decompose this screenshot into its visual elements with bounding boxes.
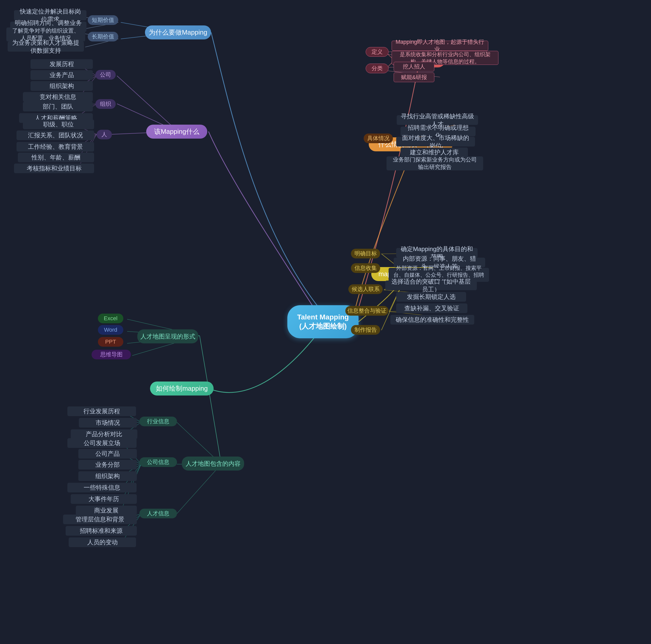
svg-line-45 [209,388,221,464]
person-node: 人 [97,130,112,140]
ppt-node: PPT [98,337,123,347]
com2-leaf-6: 大事件年历 [71,494,137,504]
per-leaf-2: 汇报关系、团队状况 [17,130,94,140]
ind-leaf-1: 行业发展历程 [67,406,136,416]
company-node: 公司 [95,70,116,80]
cat-leaf-2: 赋能&研报 [394,72,434,82]
word-node: Word [98,325,123,335]
category-node: 分类 [366,64,389,73]
short-value: 短期价值 [88,15,118,25]
make-report-node: 制作报告 [351,325,380,335]
cat-leaf-1: 挖人招人 [394,62,434,71]
talent-form-node: 人才地图呈现的形式 [137,329,198,343]
cc-leaf-2: 发掘长期锁定人选 [396,292,466,302]
svg-line-44 [199,336,209,388]
info-collect-node: 信息收集 [351,263,380,273]
org-leaf-1: 部门、团队 [23,102,93,112]
company-info-node: 公司信息 [140,457,177,467]
long-value: 长期价值 [88,32,118,41]
info-merge-node: 信息整合与验证 [345,306,389,316]
clear-goal-node: 明确目标 [351,249,380,258]
center-label: Talent Mapping (人才地图绘制) [297,313,349,331]
why-leaf-4: 为业务决策和人才策略提供数据支持 [8,41,84,52]
com2-leaf-2: 公司产品 [78,449,137,459]
com2-leaf-1: 公司发展立场 [67,438,136,448]
ind-leaf-3: 产品分析对比 [71,429,137,439]
per-leaf-1: 职级、职位 [23,120,94,129]
branch-what-mapping: 该Mapping什么 [146,125,207,139]
per-leaf-4: 性别、年龄、薪酬 [18,153,94,162]
svg-line-12 [117,76,178,131]
def-leaf-1: Mapping即人才地图，起源于猎头行业。 [392,41,488,51]
tal-leaf-1: 管理层信息和背景 [63,515,137,524]
industry-info-node: 行业信息 [140,417,177,426]
when-leaf-4: 建立和维护人才库 [401,148,468,157]
cc-leaf-1: 选择适合的突破口（如中基层员工） [385,280,477,290]
com-leaf-3: 组织架构 [31,81,93,91]
im-leaf-1: 查缺补漏、交叉验证 [396,303,467,313]
branch-how-draw: 如何绘制mapping [150,381,214,396]
definition-node: 定义 [366,47,389,57]
candidate-node: 候选人联系 [348,284,383,294]
com2-leaf-5: 一些特殊信息 [67,483,136,492]
mindmap-node: 思维导图 [92,350,131,359]
talent-info-node: 人才信息 [140,509,177,518]
per-leaf-5: 考核指标和业绩目标 [14,163,94,173]
com-leaf-4: 竞对相关信息 [23,92,93,102]
specific-node: 具体情况 [364,133,393,143]
tal-leaf-3: 人员的变动 [69,538,136,547]
excel-node: Excel [98,314,123,323]
branch-why-mapping: 为什么要做Mapping [145,25,211,39]
tal-leaf-2: 招聘标准和来源 [66,526,137,535]
mind-map: Talent Mapping (人才地图绘制) 为什么要做Mapping 短期价… [0,0,651,644]
com2-leaf-4: 组织架构 [78,471,137,481]
im-leaf-2: 确保信息的准确性和完整性 [390,315,474,325]
svg-line-52 [177,464,221,514]
ind-leaf-2: 市场情况 [79,418,137,428]
when-leaf-5: 业务部门探索新业务方向或为公司输出研究报告 [386,156,483,171]
when-leaf-3: 面对难度大、市场稀缺的岗位 [396,137,475,147]
org-node: 组织 [95,99,116,109]
com-leaf-2: 业务产品 [31,70,93,80]
com-leaf-1: 发展历程 [31,59,93,69]
per-leaf-3: 工作经验、教育背景 [17,142,94,152]
com2-leaf-7: 商业发展 [76,505,137,515]
talent-content-node: 人才地图包含的内容 [182,457,244,470]
com2-leaf-3: 业务分部 [78,460,137,469]
